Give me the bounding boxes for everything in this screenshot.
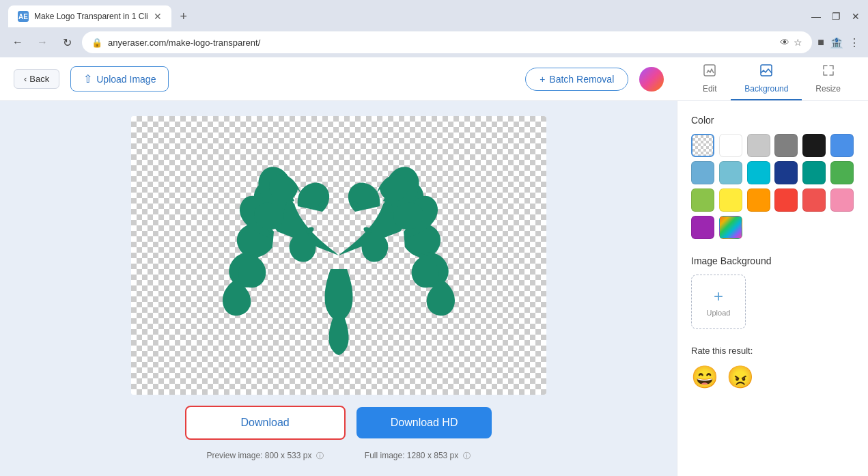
color-purple[interactable] xyxy=(691,216,714,239)
canvas-area: Download Download HD Preview image: 800 … xyxy=(0,101,677,476)
right-panel: Color xyxy=(677,101,868,476)
back-nav-button[interactable]: ← xyxy=(8,33,27,52)
info-icon-2: ⓘ xyxy=(463,451,471,460)
color-pink2[interactable] xyxy=(830,188,854,212)
maximize-button[interactable]: ❐ xyxy=(832,11,841,22)
rate-label: Rate this result: xyxy=(691,346,854,356)
browser-tab[interactable]: AE Make Logo Transparent in 1 Cli ✕ xyxy=(8,5,171,27)
color-blue3[interactable] xyxy=(719,161,742,184)
color-pink[interactable] xyxy=(802,188,826,212)
back-button[interactable]: ‹ Back xyxy=(14,69,59,89)
image-info: Preview image: 800 x 533 px ⓘ Full image… xyxy=(206,451,470,461)
close-button[interactable]: ✕ xyxy=(852,11,860,22)
plus-icon: + xyxy=(714,287,723,306)
tool-tabs: Edit Background Resize xyxy=(688,57,854,100)
upload-bg-button[interactable]: + Upload xyxy=(691,275,746,329)
color-section: Color xyxy=(691,115,854,239)
color-green[interactable] xyxy=(830,161,854,184)
emoji-row: 😄 😠 xyxy=(691,364,854,390)
preview-info: Preview image: 800 x 533 px ⓘ xyxy=(206,451,323,461)
tab-background[interactable]: Background xyxy=(731,57,802,100)
color-blue2[interactable] xyxy=(691,161,714,184)
happy-emoji-button[interactable]: 😄 xyxy=(691,364,718,390)
tab-resize[interactable]: Resize xyxy=(802,57,854,100)
url-bar[interactable]: 🔒 anyeraser.com/make-logo-transparent/ 👁… xyxy=(82,31,812,53)
color-grid xyxy=(691,134,854,239)
angry-emoji-button[interactable]: 😠 xyxy=(727,364,754,390)
upload-image-button[interactable]: ⇧ Upload Image xyxy=(70,66,169,92)
logo-image xyxy=(161,132,516,378)
tab-edit[interactable]: Edit xyxy=(688,57,731,100)
info-icon: ⓘ xyxy=(316,451,324,460)
resize-icon xyxy=(821,63,836,81)
color-navy[interactable] xyxy=(774,161,798,184)
color-label: Color xyxy=(691,115,854,126)
color-black[interactable] xyxy=(802,134,826,157)
new-tab-button[interactable]: + xyxy=(174,7,193,26)
app-header: ‹ Back ⇧ Upload Image + Batch Removal Ed… xyxy=(0,57,868,101)
user-avatar[interactable] xyxy=(639,67,664,92)
extensions-button[interactable]: ■ xyxy=(817,36,824,48)
back-chevron-icon: ‹ xyxy=(24,74,27,84)
upload-icon: ⇧ xyxy=(83,72,92,85)
color-lime[interactable] xyxy=(691,188,714,212)
color-yellow[interactable] xyxy=(719,188,742,212)
profile-icon[interactable]: 🏦 xyxy=(830,36,843,49)
rate-section: Rate this result: 😄 😠 xyxy=(691,346,854,390)
tab-favicon: AE xyxy=(18,11,29,22)
image-bg-label: Image Background xyxy=(691,255,854,266)
minimize-button[interactable]: — xyxy=(811,11,821,22)
refresh-button[interactable]: ↻ xyxy=(57,33,76,52)
plus-icon: + xyxy=(540,74,545,85)
color-transparent[interactable] xyxy=(691,134,714,157)
color-orange[interactable] xyxy=(747,188,770,212)
tab-close-button[interactable]: ✕ xyxy=(154,11,162,22)
svg-rect-0 xyxy=(704,65,715,76)
image-bg-section: Image Background + Upload xyxy=(691,255,854,329)
download-hd-button[interactable]: Download HD xyxy=(356,407,492,438)
background-icon xyxy=(759,63,774,81)
color-red[interactable] xyxy=(774,188,798,212)
color-cyan[interactable] xyxy=(747,161,770,184)
full-info: Full image: 1280 x 853 px ⓘ xyxy=(365,451,471,461)
color-white[interactable] xyxy=(719,134,742,157)
url-text: anyeraser.com/make-logo-transparent/ xyxy=(108,38,774,48)
lock-icon: 🔒 xyxy=(92,38,102,48)
menu-button[interactable]: ⋮ xyxy=(849,36,860,49)
edit-icon xyxy=(702,63,717,81)
tab-title: Make Logo Transparent in 1 Cli xyxy=(34,12,148,21)
logo-overlay xyxy=(131,116,546,395)
color-rainbow[interactable] xyxy=(719,216,742,239)
batch-removal-button[interactable]: + Batch Removal xyxy=(525,68,628,91)
color-gray[interactable] xyxy=(774,134,798,157)
image-container xyxy=(131,116,546,395)
star-icon[interactable]: ☆ xyxy=(794,37,802,48)
canvas-background xyxy=(131,116,546,395)
action-bar: Download Download HD xyxy=(185,406,492,440)
upload-bg-label: Upload xyxy=(707,309,731,317)
eye-icon: 👁 xyxy=(780,37,789,48)
color-blue1[interactable] xyxy=(830,134,854,157)
color-teal[interactable] xyxy=(802,161,826,184)
forward-nav-button[interactable]: → xyxy=(33,33,52,52)
download-button[interactable]: Download xyxy=(185,406,346,440)
color-lightgray[interactable] xyxy=(747,134,770,157)
window-controls: — ❐ ✕ xyxy=(811,11,860,22)
